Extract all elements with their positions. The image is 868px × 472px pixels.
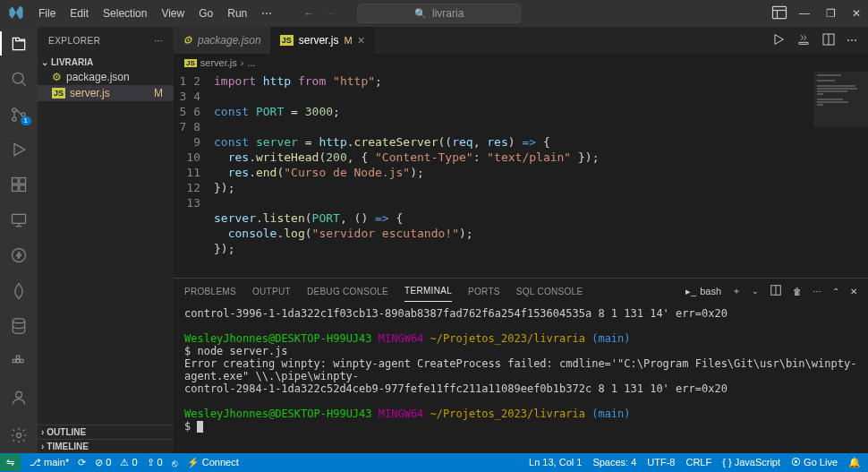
- timeline-section[interactable]: › TIMELINE: [38, 439, 174, 453]
- command-center[interactable]: 🔍 livraria: [357, 4, 521, 23]
- tab-package-json[interactable]: ⚙ package.json: [174, 27, 271, 54]
- status-linecol[interactable]: Ln 13, Col 1: [529, 457, 582, 468]
- svg-rect-20: [21, 360, 23, 363]
- panel-tab-output[interactable]: OUTPUT: [252, 281, 291, 302]
- menu-selection[interactable]: Selection: [97, 4, 153, 23]
- explorer-icon[interactable]: [8, 34, 30, 53]
- status-language[interactable]: { } JavaScript: [722, 457, 780, 468]
- status-branch[interactable]: ⎇ main*: [30, 457, 69, 468]
- terminal-dropdown-icon[interactable]: ⌄: [752, 287, 759, 296]
- maximize-panel-icon[interactable]: ⌃: [832, 287, 839, 296]
- mongodb-icon[interactable]: [8, 281, 30, 300]
- nav-fwd-icon[interactable]: →: [325, 7, 336, 20]
- term-error: control-2984-1-1da322c52d4ceb9-977fefe11…: [184, 382, 728, 395]
- tab-server-js[interactable]: JS server.js M ×: [271, 27, 375, 54]
- run-file-icon[interactable]: [771, 32, 786, 49]
- menubar: File Edit Selection View Go Run ⋯: [32, 4, 278, 23]
- tab-close-icon[interactable]: ×: [358, 33, 365, 47]
- tabbar: ⚙ package.json JS server.js M × ⋯: [174, 27, 868, 54]
- term-host: DESKTOP-H99UJ43: [275, 332, 371, 345]
- code-editor[interactable]: 1 2 3 4 5 6 7 8 9 10 11 12 13 import htt…: [174, 72, 868, 278]
- status-connect[interactable]: ⚡ Connect: [187, 457, 239, 468]
- minimap[interactable]: [813, 72, 868, 278]
- menu-edit[interactable]: Edit: [64, 4, 95, 23]
- maximize-icon[interactable]: ❐: [826, 7, 836, 20]
- layout-toggle-icon[interactable]: [770, 4, 788, 24]
- titlebar: File Edit Selection View Go Run ⋯ ← → 🔍 …: [0, 0, 868, 27]
- panel-tab-ports[interactable]: PORTS: [468, 281, 500, 302]
- account-icon[interactable]: [8, 387, 30, 408]
- status-sync[interactable]: ⟳: [78, 457, 86, 468]
- status-ports[interactable]: ⇪ 0: [147, 457, 163, 468]
- panel-tab-sql[interactable]: SQL CONSOLE: [516, 281, 583, 302]
- svg-rect-25: [799, 42, 809, 44]
- svg-point-3: [13, 73, 23, 83]
- menu-go[interactable]: Go: [192, 4, 219, 23]
- nav-back-icon[interactable]: ←: [303, 7, 314, 20]
- panel-tab-problems[interactable]: PROBLEMS: [184, 281, 236, 302]
- json-file-icon: ⚙: [183, 34, 192, 47]
- project-section-header[interactable]: ⌄ LIVRARIA: [38, 56, 174, 69]
- menu-view[interactable]: View: [155, 4, 191, 23]
- status-golive[interactable]: ⦿ Go Live: [791, 457, 838, 468]
- svg-point-23: [17, 433, 21, 438]
- status-errors[interactable]: ⊘ 0: [95, 457, 111, 468]
- term-path: ~/Projetos_2023/livraria: [430, 332, 585, 345]
- status-wsl-icon[interactable]: ⎋: [172, 458, 178, 468]
- editor-more-icon[interactable]: ⋯: [847, 34, 857, 47]
- panel-tabbar: PROBLEMS OUTPUT DEBUG CONSOLE TERMINAL P…: [174, 279, 868, 304]
- close-window-icon[interactable]: ✕: [852, 7, 861, 20]
- new-terminal-icon[interactable]: ＋: [732, 285, 741, 297]
- panel-tab-debug[interactable]: DEBUG CONSOLE: [307, 281, 388, 302]
- split-editor-icon[interactable]: [821, 32, 836, 49]
- svg-rect-10: [20, 178, 26, 185]
- run-debug-icon[interactable]: [8, 140, 30, 159]
- status-eol[interactable]: CRLF: [685, 457, 711, 468]
- tab-label: server.js: [299, 34, 339, 47]
- panel-more-icon[interactable]: ⋯: [813, 287, 821, 296]
- split-terminal-icon[interactable]: [770, 284, 782, 298]
- connect-label: Connect: [202, 457, 239, 468]
- js-file-icon: JS: [52, 88, 65, 99]
- menu-run[interactable]: Run: [221, 4, 253, 23]
- menu-file[interactable]: File: [32, 4, 62, 23]
- status-spaces[interactable]: Spaces: 4: [592, 457, 636, 468]
- minimize-icon[interactable]: ―: [799, 7, 810, 20]
- docker-icon[interactable]: [8, 352, 30, 371]
- tab-label: package.json: [198, 34, 261, 47]
- search-activity-icon[interactable]: [8, 69, 30, 88]
- term-command: $ node server.js: [184, 345, 288, 357]
- term-env: MINGW64: [372, 332, 430, 345]
- close-panel-icon[interactable]: ✕: [850, 287, 857, 296]
- outline-section[interactable]: › OUTLINE: [38, 425, 174, 439]
- kill-terminal-icon[interactable]: 🗑: [793, 287, 802, 296]
- extensions-icon[interactable]: [8, 176, 30, 194]
- panel-tab-terminal[interactable]: TERMINAL: [404, 280, 452, 302]
- database-icon[interactable]: [8, 316, 30, 335]
- term-prompt: $: [184, 420, 197, 433]
- svg-point-17: [13, 319, 24, 323]
- svg-marker-24: [775, 34, 783, 44]
- breadcrumb[interactable]: JS server.js › ...: [174, 54, 868, 72]
- menu-more-icon[interactable]: ⋯: [255, 4, 278, 23]
- file-server-js[interactable]: JS server.js M: [38, 85, 174, 101]
- sidebar-more-icon[interactable]: ⋯: [154, 36, 164, 46]
- remote-explorer-icon[interactable]: [8, 210, 30, 229]
- debug-run-icon[interactable]: [796, 32, 811, 49]
- code-content[interactable]: import http from "http"; const PORT = 30…: [213, 72, 813, 278]
- terminal-content[interactable]: control-3996-1-1da322c1f03cb13-890ab8387…: [174, 304, 868, 453]
- scm-icon[interactable]: 1: [8, 105, 30, 124]
- term-host: DESKTOP-H99UJ43: [275, 408, 371, 420]
- tab-modified-indicator: M: [344, 35, 352, 46]
- status-warnings[interactable]: ⚠ 0: [120, 457, 137, 468]
- remote-indicator[interactable]: ⇋: [0, 454, 21, 471]
- search-icon: 🔍: [414, 8, 427, 20]
- settings-gear-icon[interactable]: [8, 425, 30, 446]
- thunder-icon[interactable]: [8, 245, 30, 264]
- terminal-profile-selector[interactable]: ▸_ bash: [685, 286, 721, 297]
- file-package-json[interactable]: ⚙ package.json: [38, 69, 174, 85]
- scm-badge: 1: [21, 116, 31, 125]
- status-encoding[interactable]: UTF-8: [647, 457, 675, 468]
- svg-rect-18: [13, 360, 15, 363]
- status-notifications-icon[interactable]: 🔔: [848, 457, 861, 468]
